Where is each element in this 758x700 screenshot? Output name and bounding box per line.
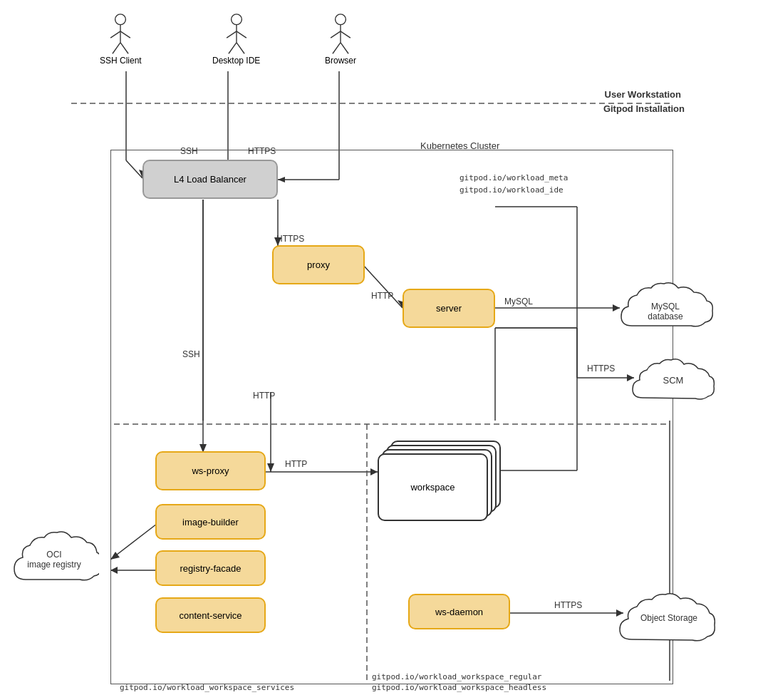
svg-text:MySQL: MySQL	[651, 302, 680, 312]
svg-line-56	[237, 31, 246, 38]
desktop-ide-label: Desktop IDE	[212, 56, 260, 66]
svg-line-55	[227, 31, 237, 38]
svg-line-61	[331, 31, 341, 38]
svg-line-52	[120, 43, 128, 54]
svg-line-64	[341, 43, 348, 54]
svg-text:SCM: SCM	[663, 375, 684, 386]
diagram-container: SSH Client Desktop IDE Browser User Work…	[0, 0, 758, 700]
https-edge-label3: HTTPS	[587, 364, 615, 374]
https-edge-label2: HTTPS	[276, 234, 304, 244]
svg-line-51	[113, 43, 120, 54]
http-edge-label3: HTTP	[285, 459, 307, 469]
content-service-box: content-service	[155, 597, 266, 633]
ws-proxy-box: ws-proxy	[155, 451, 266, 490]
mysql-edge-label: MySQL	[504, 297, 533, 307]
svg-text:image registry: image registry	[27, 560, 81, 570]
registry-facade-box: registry-facade	[155, 550, 266, 586]
svg-text:OCI: OCI	[46, 550, 61, 560]
svg-point-59	[336, 14, 346, 25]
server-box: server	[403, 289, 495, 328]
workload-ide-label: gitpod.io/workload_ide	[460, 185, 564, 195]
ssh-edge-label2: SSH	[182, 349, 200, 359]
https-edge-label1: HTTPS	[248, 146, 276, 156]
gitpod-installation-label: Gitpod Installation	[603, 103, 685, 114]
object-storage-cloud: Object Storage	[614, 590, 725, 650]
lb-box: L4 Load Balancer	[142, 160, 278, 199]
scm-cloud: SCM	[627, 354, 720, 408]
kubernetes-cluster-label: Kubernetes Cluster	[420, 140, 499, 151]
user-workstation-label: User Workstation	[605, 89, 681, 100]
ws-daemon-box: ws-daemon	[408, 594, 510, 629]
ssh-edge-label: SSH	[180, 146, 198, 156]
svg-text:database: database	[648, 312, 683, 321]
mysql-cloud: MySQL database	[614, 279, 717, 336]
svg-line-49	[110, 31, 120, 38]
svg-line-50	[120, 31, 130, 38]
svg-line-62	[341, 31, 351, 38]
https-edge-label4: HTTPS	[554, 600, 582, 610]
svg-line-63	[333, 43, 341, 54]
browser-actor: Browser	[325, 13, 356, 66]
svg-line-57	[229, 43, 237, 54]
oci-registry-cloud: OCI image registry	[10, 526, 99, 590]
svg-text:Object Storage: Object Storage	[640, 613, 697, 623]
http-edge-label1: HTTP	[371, 291, 393, 301]
svg-point-47	[115, 14, 126, 25]
workload-headless-label: gitpod.io/workload_workspace_headless	[372, 683, 546, 692]
workload-regular-label: gitpod.io/workload_workspace_regular	[372, 672, 541, 681]
svg-line-58	[237, 43, 244, 54]
http-edge-label2: HTTP	[253, 391, 275, 401]
desktop-ide-actor: Desktop IDE	[212, 13, 260, 66]
image-builder-box: image-builder	[155, 504, 266, 540]
svg-point-53	[231, 14, 242, 25]
ssh-client-actor: SSH Client	[100, 13, 142, 66]
proxy-box: proxy	[272, 245, 365, 284]
workload-services-label: gitpod.io/workload_workspace_services	[120, 683, 294, 692]
workload-meta-label: gitpod.io/workload_meta	[460, 173, 568, 182]
browser-label: Browser	[325, 56, 356, 66]
ssh-client-label: SSH Client	[100, 56, 142, 66]
workspace-label: workspace	[410, 482, 455, 493]
